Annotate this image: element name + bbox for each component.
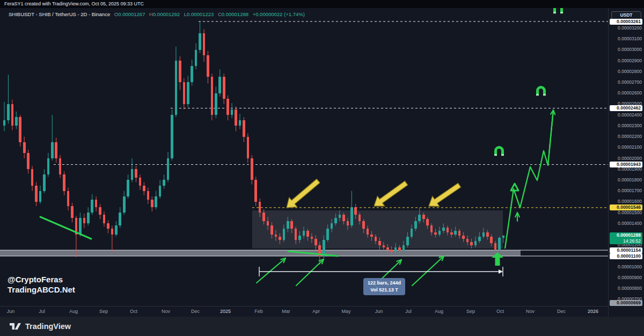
candle-body	[107, 223, 109, 229]
price-marker-label[interactable]: 0.00003261	[610, 19, 642, 25]
tradingview-logo[interactable]: TradingView	[10, 322, 71, 331]
candle-body	[231, 109, 233, 115]
candle-body	[3, 120, 6, 126]
price-marker-label[interactable]: 0.00001154	[610, 247, 642, 253]
candle-body	[87, 213, 90, 223]
tradingview-logo-text: TradingView	[25, 322, 71, 331]
candle-body	[430, 225, 433, 232]
candle-body	[51, 142, 54, 158]
candle-body	[350, 207, 353, 225]
price-tick: 0.00001000	[609, 264, 642, 270]
time-axis-label-jul[interactable]: Jul	[39, 309, 45, 314]
candle-body	[223, 77, 225, 98]
current-price-label[interactable]: 0.0000128814:26:52	[610, 232, 642, 244]
candle-body	[167, 158, 170, 180]
projection-zigzag[interactable]	[505, 110, 553, 249]
high-label: H	[149, 11, 153, 17]
time-axis-label-feb[interactable]: Feb	[254, 309, 263, 314]
time-axis-label-jul[interactable]: Jul	[405, 309, 412, 314]
candle-body	[331, 223, 333, 229]
candle-body	[19, 117, 21, 142]
symbol-title[interactable]: SHIBUSDT - SHIB / TetherUS - 2D - Binanc…	[9, 11, 110, 17]
range-volume-text: Vol 521.13 T	[364, 287, 404, 294]
time-axis-label-dec[interactable]: Dec	[557, 309, 566, 314]
price-marker-label[interactable]: 0.00001943	[610, 162, 642, 167]
time-axis-label-2025[interactable]: 2025	[220, 309, 231, 314]
candle-body	[59, 158, 62, 174]
candle-body	[490, 237, 493, 243]
tradingview-logo-icon	[10, 322, 21, 331]
candle-body	[478, 237, 481, 241]
accumulation-box[interactable]	[252, 210, 503, 249]
candle-body	[95, 200, 98, 207]
yellow-rejection-arrow[interactable]	[287, 179, 320, 208]
price-tick: 0.00003000	[609, 47, 642, 53]
candle-body	[270, 225, 273, 234]
candle-body	[135, 169, 137, 178]
time-axis-label-nov[interactable]: Nov	[162, 309, 170, 314]
green-up-arrow[interactable]	[412, 256, 444, 286]
watermark: @CryptoFeras TradingABCD.Net	[8, 275, 75, 295]
candle-body	[314, 239, 317, 245]
price-marker-label[interactable]: 0.00001546	[610, 204, 642, 210]
candle-body	[303, 231, 305, 235]
candle-body	[367, 229, 369, 234]
candle-body	[262, 213, 265, 221]
price-marker-label[interactable]: 0.00000669	[610, 300, 642, 306]
candlestick-chart[interactable]	[0, 0, 608, 306]
price-tick: 0.00001400	[609, 221, 642, 227]
candle-body	[447, 228, 449, 232]
time-axis-label-jun[interactable]: Jun	[375, 309, 383, 314]
price-marker-label[interactable]: 0.00001100	[610, 253, 642, 259]
range-tool-label[interactable]: 122 bars, 244d Vol 521.13 T	[363, 278, 405, 295]
magnet-foot	[553, 12, 556, 13]
candle-body	[195, 50, 197, 66]
projection-arrowhead[interactable]	[548, 110, 553, 165]
candle-body	[243, 120, 245, 136]
price-tick: 0.00003200	[609, 25, 642, 31]
time-axis-label-sep[interactable]: Sep	[466, 309, 475, 314]
time-axis-label-sep[interactable]: Sep	[99, 309, 108, 314]
magnet-icon	[538, 87, 545, 95]
time-axis-label-dec[interactable]: Dec	[191, 309, 200, 314]
candle-body	[83, 218, 86, 223]
candle-body	[71, 206, 74, 218]
symbol-legend[interactable]: SHIBUSDT - SHIB / TetherUS - 2D - Binanc…	[9, 11, 305, 17]
candle-body	[47, 158, 50, 174]
price-tick: 0.00002900	[609, 58, 642, 64]
time-axis-label-may[interactable]: May	[341, 309, 350, 314]
candle-body	[151, 200, 153, 207]
time-axis-label-aug[interactable]: Aug	[435, 309, 443, 314]
candle-body	[406, 237, 409, 245]
candle-body	[454, 231, 457, 234]
time-axis-label-oct[interactable]: Oct	[496, 309, 504, 314]
price-tick: 0.00001600	[609, 199, 642, 204]
time-axis-label-2026[interactable]: 2026	[588, 309, 598, 314]
price-tick: 0.00001500	[609, 210, 642, 216]
candle-body	[99, 207, 101, 215]
time-axis[interactable]: JunJulAugSepOctNovDec2025FebMarAprMayJun…	[0, 306, 644, 317]
time-axis-label-aug[interactable]: Aug	[69, 309, 78, 314]
time-axis-label-oct[interactable]: Oct	[130, 309, 137, 314]
time-axis-label-nov[interactable]: Nov	[526, 309, 535, 314]
time-axis-label-apr[interactable]: Apr	[312, 309, 320, 314]
time-axis-label-mar[interactable]: Mar	[282, 309, 290, 314]
candle-body	[283, 229, 286, 239]
price-tick: 0.00002100	[609, 144, 642, 150]
change-value: +0.00000022 (+1.74%)	[253, 11, 305, 17]
currency-button[interactable]: USDT	[611, 11, 641, 19]
yellow-rejection-arrow[interactable]	[429, 183, 461, 206]
attribution-bar: FeraSY1 created with TradingView.com, Oc…	[0, 0, 644, 8]
price-scale[interactable]: USDT 0.000032000.000031000.000030000.000…	[608, 0, 644, 317]
magnet-foot	[536, 94, 539, 96]
candle-body	[183, 82, 186, 104]
green-up-arrow[interactable]	[257, 258, 286, 283]
support-band[interactable]	[0, 250, 521, 256]
yellow-rejection-arrow[interactable]	[374, 181, 408, 206]
green-up-arrow[interactable]	[296, 259, 324, 286]
time-axis-label-jun[interactable]: Jun	[7, 309, 15, 314]
candle-body	[218, 77, 221, 93]
candle-body	[191, 66, 193, 82]
price-marker-label[interactable]: 0.00002462	[610, 105, 642, 111]
candle-body	[342, 215, 345, 221]
